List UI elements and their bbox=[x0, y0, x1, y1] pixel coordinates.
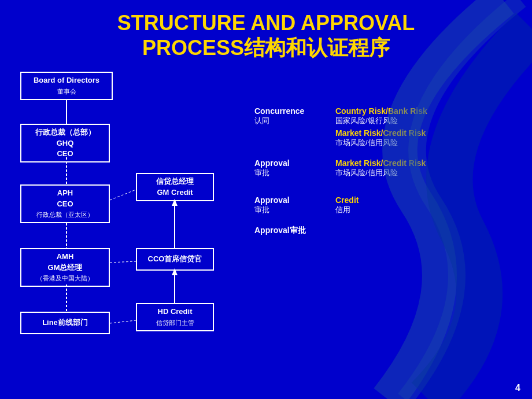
aph-box: APH CEO 行政总裁（亚太区） bbox=[20, 184, 110, 223]
approval3-en: Approval审批 bbox=[254, 226, 324, 236]
page-number: 4 bbox=[515, 383, 520, 393]
approval2-value: Credit 信用 bbox=[335, 195, 359, 215]
line-box: Line前线部门 bbox=[20, 312, 110, 334]
title-line1: STRUCTURE AND APPROVAL bbox=[12, 10, 520, 35]
svg-line-8 bbox=[110, 190, 136, 200]
approval1-value: Market Risk/Credit Risk 市场风险/信用风险 bbox=[335, 158, 426, 178]
info-panel: Concurrence 认同 Country Risk/Bank Risk 国家… bbox=[254, 72, 515, 384]
approval3-row: Approval审批 bbox=[254, 226, 515, 236]
title-section: STRUCTURE AND APPROVAL PROCESS结构和认证程序 bbox=[0, 0, 532, 66]
org-chart: Board of Directors 董事会 行政总裁（总部） GHQ CEO … bbox=[12, 72, 243, 384]
approval2-row: Approval 审批 Credit 信用 bbox=[254, 195, 515, 215]
concurrence-label: Concurrence 认同 bbox=[254, 106, 324, 148]
concurrence-value-zh1: 国家风险/银行风险 bbox=[335, 116, 427, 126]
approval1-value-zh: 市场风险/信用风险 bbox=[335, 168, 426, 178]
main-body: Board of Directors 董事会 行政总裁（总部） GHQ CEO … bbox=[0, 66, 532, 390]
approval2-en: Approval bbox=[254, 195, 324, 205]
board-box: Board of Directors 董事会 bbox=[20, 72, 113, 99]
amh-box: AMH GM总经理 （香港及中国大陆） bbox=[20, 248, 110, 287]
concurrence-value-en1: Country Risk/Bank Risk bbox=[335, 106, 427, 116]
approval1-value-en: Market Risk/Credit Risk bbox=[335, 158, 426, 168]
approval2-value-zh: 信用 bbox=[335, 205, 359, 215]
page-content: STRUCTURE AND APPROVAL PROCESS结构和认证程序 Bo… bbox=[0, 0, 532, 399]
concurrence-en: Concurrence bbox=[254, 106, 324, 116]
approval2-zh: 审批 bbox=[254, 205, 324, 215]
approval2-value-en: Credit bbox=[335, 195, 359, 205]
gm-credit-box: 信贷总经理 GM Credit bbox=[136, 173, 214, 201]
concurrence-value-zh2: 市场风险/信用风险 bbox=[335, 138, 427, 148]
approval3-label: Approval审批 bbox=[254, 226, 324, 236]
svg-line-10 bbox=[110, 320, 136, 323]
concurrence-row: Concurrence 认同 Country Risk/Bank Risk 国家… bbox=[254, 106, 515, 148]
title-line2: PROCESS结构和认证程序 bbox=[12, 35, 520, 60]
svg-line-9 bbox=[110, 261, 136, 263]
approval1-zh: 审批 bbox=[254, 168, 324, 178]
concurrence-value-en2: Market Risk/Credit Risk bbox=[335, 128, 427, 138]
approval1-row: Approval 审批 Market Risk/Credit Risk 市场风险… bbox=[254, 158, 515, 178]
approval1-en: Approval bbox=[254, 158, 324, 168]
concurrence-value: Country Risk/Bank Risk 国家风险/银行风险 Market … bbox=[335, 106, 427, 148]
ghq-box: 行政总裁（总部） GHQ CEO bbox=[20, 124, 110, 162]
approval2-label: Approval 审批 bbox=[254, 195, 324, 215]
hd-credit-box: HD Credit 信贷部门主管 bbox=[136, 303, 214, 331]
org-container: Board of Directors 董事会 行政总裁（总部） GHQ CEO … bbox=[12, 72, 231, 384]
cco-box: CCO首席信贷官 bbox=[136, 248, 214, 270]
approval1-label: Approval 审批 bbox=[254, 158, 324, 178]
concurrence-zh: 认同 bbox=[254, 116, 324, 126]
